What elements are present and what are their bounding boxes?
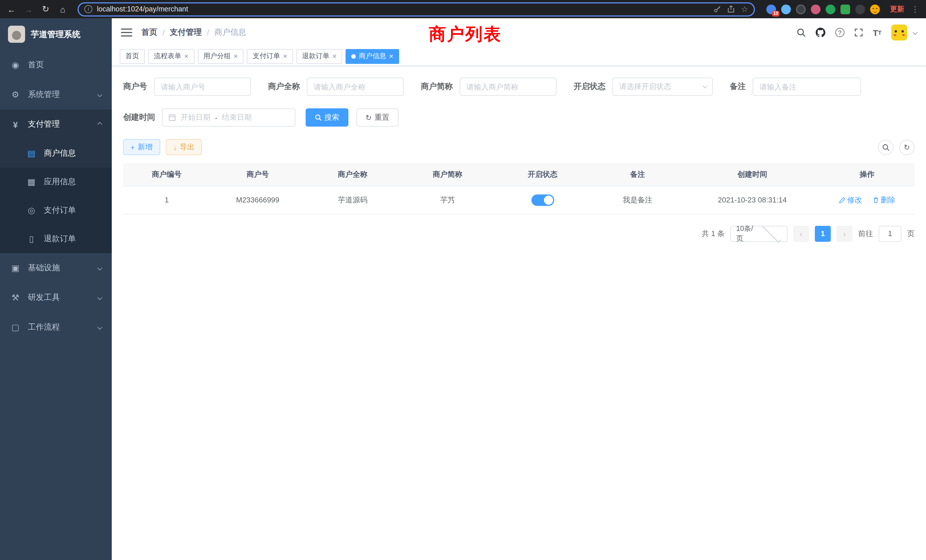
sidebar-item-home[interactable]: ◉ 首页 [0, 50, 112, 80]
short-name-input[interactable] [460, 77, 557, 96]
edit-link[interactable]: 修改 [839, 195, 862, 205]
share-icon[interactable] [727, 5, 735, 13]
merchant-no-input[interactable] [154, 77, 251, 96]
prev-page-button[interactable]: ‹ [793, 226, 809, 242]
sidebar-menu: ◉ 首页 ⚙ 系统管理 ¥ 支付管理 ▤ 商户信息 [0, 50, 112, 560]
browser-menu-icon[interactable]: ⋮ [911, 5, 921, 14]
logo-avatar [8, 26, 25, 43]
chevron-down-icon [97, 92, 102, 97]
page-number-button[interactable]: 1 [815, 226, 831, 242]
bookmark-star-icon[interactable]: ☆ [741, 5, 748, 14]
browser-forward-button[interactable]: → [22, 2, 35, 16]
gear-icon: ⚙ [10, 89, 21, 100]
font-size-icon[interactable]: TT [873, 28, 882, 37]
sidebar-subitem-refund-order[interactable]: ▯ 退款订单 [0, 225, 112, 253]
chevron-up-icon [97, 122, 102, 127]
app-logo[interactable]: 芋道管理系统 [0, 18, 112, 50]
extension-icon-3[interactable] [796, 4, 806, 14]
add-button-label: 新增 [138, 142, 153, 152]
extension-icon-5[interactable] [826, 4, 835, 14]
dashboard-icon: ◉ [10, 60, 21, 70]
user-avatar[interactable] [891, 24, 907, 41]
col-remark: 备注 [590, 163, 685, 186]
date-range-picker[interactable]: 开始日期 - 结束日期 [162, 108, 295, 127]
browser-back-button[interactable]: ← [5, 2, 18, 16]
address-bar[interactable]: i localhost:1024/pay/merchant ☆ [77, 2, 755, 16]
merchant-card-icon: ▤ [26, 148, 36, 159]
help-icon[interactable]: ? [835, 28, 844, 37]
extension-icon-6[interactable] [840, 4, 850, 14]
toolbar-right: ↻ [878, 139, 915, 155]
full-name-input[interactable] [307, 77, 404, 96]
reset-button[interactable]: ↻ 重置 [356, 108, 399, 127]
refresh-icon: ↻ [366, 113, 372, 122]
pagination: 共 1 条 10条/页 ‹ 1 › 前往 页 [123, 226, 915, 242]
sidebar-subitem-pay-order[interactable]: ◎ 支付订单 [0, 196, 112, 225]
filter-create-time: 创建时间 开始日期 - 结束日期 [123, 108, 295, 127]
tab-close-icon[interactable]: × [184, 53, 188, 60]
col-full-name: 商户全称 [305, 163, 400, 186]
breadcrumb-payment[interactable]: 支付管理 [170, 27, 202, 38]
tab-close-icon[interactable]: × [333, 53, 337, 60]
sidebar-collapse-icon[interactable] [121, 29, 132, 36]
infrastructure-icon: ▣ [10, 263, 21, 273]
workflow-icon: ▢ [10, 322, 21, 333]
browser-reload-button[interactable]: ↻ [39, 2, 53, 16]
tab-home[interactable]: 首页 [120, 49, 145, 64]
tab-close-icon[interactable]: × [233, 53, 238, 60]
status-select[interactable]: 请选择开启状态 [613, 77, 713, 96]
extension-icon-2[interactable] [781, 4, 791, 14]
tab-user-group[interactable]: 用户分组 × [198, 49, 244, 64]
tab-close-icon[interactable]: × [389, 53, 393, 60]
sidebar-subitem-merchant-info[interactable]: ▤ 商户信息 [0, 139, 112, 168]
profile-avatar-icon[interactable] [870, 4, 880, 14]
extension-icon-7[interactable] [855, 4, 865, 14]
extension-icon-1[interactable]: 10 [766, 4, 776, 14]
table-row: 1 M233666999 芋道源码 芋艿 我是备注 2021-10-23 08:… [123, 186, 915, 214]
extension-icon-4[interactable] [811, 4, 820, 14]
col-create-time: 创建时间 [685, 163, 820, 186]
breadcrumb-home[interactable]: 首页 [141, 27, 157, 38]
calendar-icon [168, 114, 176, 121]
browser-chrome: ← → ↻ ⌂ i localhost:1024/pay/merchant ☆ … [0, 0, 926, 18]
sidebar-subitem-app-info[interactable]: ▦ 应用信息 [0, 168, 112, 196]
avatar-caret-icon[interactable] [913, 30, 918, 35]
date-separator: - [215, 113, 218, 122]
browser-home-button[interactable]: ⌂ [56, 2, 70, 16]
sidebar-item-label: 研发工具 [28, 292, 60, 303]
add-button[interactable]: + 新增 [123, 139, 160, 155]
sidebar-item-workflow[interactable]: ▢ 工作流程 [0, 312, 112, 342]
sidebar-item-payment[interactable]: ¥ 支付管理 [0, 109, 112, 139]
toggle-search-icon[interactable] [878, 139, 894, 155]
sidebar-item-infrastructure[interactable]: ▣ 基础设施 [0, 253, 112, 283]
sidebar-item-label: 工作流程 [28, 322, 60, 333]
reset-button-label: 重置 [375, 112, 389, 123]
search-icon[interactable] [796, 28, 805, 37]
filter-short-name: 商户简称 [421, 77, 557, 96]
remark-input[interactable] [753, 77, 861, 96]
page-info-icon[interactable]: i [85, 5, 92, 13]
page-size-select[interactable]: 10条/页 [731, 226, 787, 242]
sidebar-item-devtools[interactable]: ⚒ 研发工具 [0, 283, 112, 312]
status-toggle[interactable] [531, 194, 554, 206]
create-time-label: 创建时间 [123, 112, 155, 123]
github-icon[interactable] [815, 27, 825, 38]
tab-pay-order[interactable]: 支付订单 × [247, 49, 293, 64]
export-button[interactable]: ↓ 导出 [166, 139, 202, 155]
password-key-icon[interactable] [714, 5, 722, 13]
refresh-table-icon[interactable]: ↻ [899, 139, 915, 155]
goto-page-input[interactable] [879, 226, 902, 242]
fullscreen-icon[interactable] [854, 28, 863, 37]
sidebar-item-system[interactable]: ⚙ 系统管理 [0, 80, 112, 109]
tab-merchant-info[interactable]: 商户信息 × [346, 49, 399, 64]
merchant-table: 商户编号 商户号 商户全称 商户简称 开启状态 备注 创建时间 操作 1 [123, 163, 915, 214]
delete-link[interactable]: 删除 [872, 195, 896, 205]
tab-label: 支付订单 [253, 51, 280, 61]
search-button[interactable]: 搜索 [306, 108, 348, 127]
tab-close-icon[interactable]: × [283, 53, 287, 60]
status-select-placeholder: 请选择开启状态 [619, 82, 702, 92]
browser-update-button[interactable]: 更新 [887, 4, 908, 14]
tab-refund-order[interactable]: 退款订单 × [297, 49, 342, 64]
next-page-button[interactable]: › [837, 226, 852, 242]
tab-flow-form[interactable]: 流程表单 × [148, 49, 194, 64]
